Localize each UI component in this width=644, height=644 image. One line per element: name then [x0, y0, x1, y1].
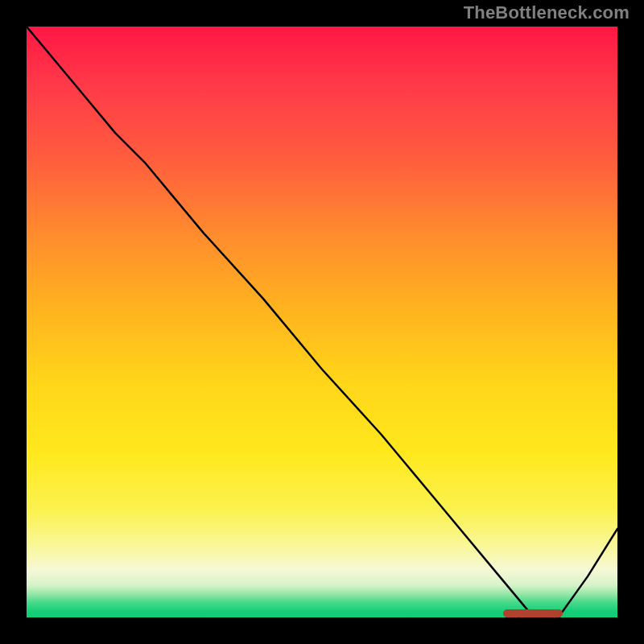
chart-canvas: TheBottleneck.com: [0, 0, 644, 644]
attribution-text: TheBottleneck.com: [464, 2, 630, 23]
plot-area: [24, 24, 620, 620]
line-series: [27, 27, 617, 617]
optimal-range-marker: [503, 609, 563, 617]
